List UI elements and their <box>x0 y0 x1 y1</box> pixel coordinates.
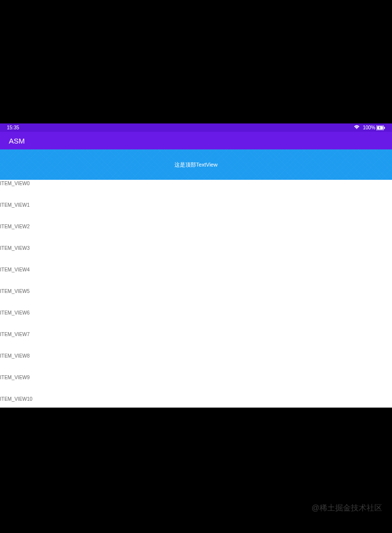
list-item[interactable]: ITEM_VIEW7 <box>0 331 392 352</box>
watermark-text: @稀土掘金技术社区 <box>312 504 382 512</box>
watermark: @稀土掘金技术社区 <box>312 503 382 513</box>
list-item-label: ITEM_VIEW8 <box>0 353 30 359</box>
list-item[interactable]: ITEM_VIEW10 <box>0 395 392 403</box>
battery-percent: 100% <box>363 125 375 130</box>
status-time: 15:35 <box>7 125 19 130</box>
status-bar: 15:35 100% <box>0 123 392 132</box>
list-item-label: ITEM_VIEW3 <box>0 245 30 251</box>
list-item[interactable]: ITEM_VIEW2 <box>0 223 392 244</box>
list-item[interactable]: ITEM_VIEW1 <box>0 201 392 223</box>
list-item-label: ITEM_VIEW10 <box>0 396 32 402</box>
status-bar-left: 15:35 <box>7 125 19 130</box>
list-view[interactable]: ITEM_VIEW0 ITEM_VIEW1 ITEM_VIEW2 ITEM_VI… <box>0 180 392 408</box>
list-item-label: ITEM_VIEW7 <box>0 332 30 337</box>
device-frame: 15:35 100% ASM 这是顶部TextView <box>0 123 392 408</box>
list-item[interactable]: ITEM_VIEW5 <box>0 288 392 309</box>
app-title: ASM <box>9 137 25 145</box>
wifi-icon <box>354 125 360 131</box>
list-item[interactable]: ITEM_VIEW8 <box>0 352 392 374</box>
list-item-label: ITEM_VIEW1 <box>0 202 30 208</box>
list-item[interactable]: ITEM_VIEW4 <box>0 266 392 288</box>
list-item[interactable]: ITEM_VIEW9 <box>0 374 392 395</box>
navigation-bar <box>0 404 392 407</box>
top-text-view: 这是顶部TextView <box>0 149 392 180</box>
home-indicator[interactable] <box>140 405 252 406</box>
list-item[interactable]: ITEM_VIEW0 <box>0 180 392 201</box>
battery-indicator: 100% <box>363 125 385 130</box>
top-text-view-label: 这是顶部TextView <box>174 161 218 169</box>
list-item-label: ITEM_VIEW2 <box>0 224 30 229</box>
list-item-label: ITEM_VIEW6 <box>0 310 30 315</box>
list-item-label: ITEM_VIEW0 <box>0 181 30 186</box>
app-bar: ASM <box>0 132 392 149</box>
list-item-label: ITEM_VIEW4 <box>0 267 30 272</box>
list-item[interactable]: ITEM_VIEW3 <box>0 244 392 266</box>
list-item-label: ITEM_VIEW9 <box>0 375 30 380</box>
status-bar-right: 100% <box>354 125 385 131</box>
list-item-label: ITEM_VIEW5 <box>0 289 30 294</box>
svg-rect-2 <box>384 127 385 129</box>
list-item[interactable]: ITEM_VIEW6 <box>0 309 392 331</box>
